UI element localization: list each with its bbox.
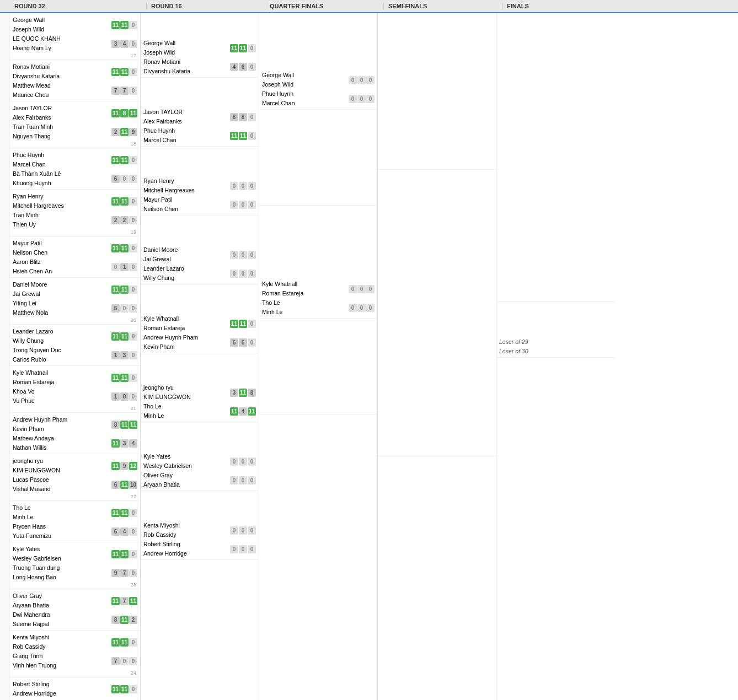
team-name: Ryan HenryMitchell Hargreaves bbox=[143, 176, 230, 195]
team-name bbox=[381, 157, 493, 166]
r32-match-1: George WallJoseph Wild 11 11 0 LE QUOC K… bbox=[10, 13, 140, 60]
match-num: 18 bbox=[13, 141, 137, 147]
score-boxes: 7 0 0 bbox=[111, 657, 137, 665]
spacer bbox=[141, 284, 259, 312]
team-row: Loser of 30 bbox=[499, 347, 612, 356]
score-boxes: 11 3 4 bbox=[111, 439, 137, 448]
sf-match-29 bbox=[378, 146, 496, 170]
score-boxes: 0 0 0 bbox=[230, 476, 256, 484]
team-name: Trong Nguyen DucCarlos Rubio bbox=[13, 346, 111, 364]
team-name: Kyle WhatnallRoman Estareja bbox=[262, 279, 349, 298]
spacer bbox=[378, 170, 496, 432]
qf-match-25: George WallJoseph Wild 0 0 0 Phuc HuynhM… bbox=[259, 68, 377, 110]
spacer bbox=[141, 13, 259, 36]
team-row: Robert StirlingAndrew Horridge 0 0 0 bbox=[143, 540, 256, 558]
team-row: Robert StirlingAndrew Horridge 11 11 0 bbox=[13, 680, 137, 698]
score-boxes: 0 0 0 bbox=[230, 270, 256, 278]
spacer bbox=[259, 206, 377, 277]
row-numbers-col bbox=[0, 13, 10, 700]
team-name bbox=[262, 184, 375, 193]
r32-match-16: Robert StirlingAndrew Horridge 11 11 0 A… bbox=[10, 677, 140, 700]
team-name: George WallJoseph Wild bbox=[13, 15, 111, 34]
score-boxes: 9 7 0 bbox=[111, 569, 137, 577]
team-name: Khoa VoVu Phuc bbox=[13, 387, 111, 406]
team-row: Ryan HenryMitchell Hargreaves 11 11 0 bbox=[13, 192, 137, 211]
team-row: Oliver GrayAryaan Bhatia 11 7 11 bbox=[13, 591, 137, 610]
header-sf: SEMI-FINALS bbox=[384, 3, 502, 9]
team-name bbox=[381, 434, 493, 444]
team-row: Tran MinhThien Uy 2 2 0 bbox=[13, 211, 137, 229]
score-boxes: 0 0 0 bbox=[230, 251, 256, 259]
r32-match-3: Jason TAYLORAlex Fairbanks 11 8 11 Tran … bbox=[10, 101, 140, 148]
team-row: Giang TrinhVinh hien Truong 7 0 0 bbox=[13, 651, 137, 670]
team-name: Kyle WhatnallRoman Estareja bbox=[13, 368, 111, 387]
header-round32: ROUND 32 bbox=[10, 3, 147, 9]
spacer bbox=[141, 353, 259, 381]
score-boxes: 11 9 12 bbox=[111, 462, 137, 470]
team-name: Oliver GrayAryaan Bhatia bbox=[143, 471, 230, 489]
team-row bbox=[262, 184, 375, 193]
score-boxes: 0 0 0 bbox=[230, 526, 256, 535]
score-boxes: 8 11 2 bbox=[111, 616, 137, 624]
team-row: George WallJoseph Wild 11 11 0 bbox=[143, 39, 256, 57]
score-boxes: 0 0 0 bbox=[230, 457, 256, 466]
team-name: Mayur PatilNeilson Chen bbox=[13, 239, 111, 257]
team-name bbox=[381, 148, 493, 157]
spacer bbox=[259, 319, 377, 390]
qf-match-26 bbox=[259, 181, 377, 206]
r32-match-15: Kenta MiyoshiRob Cassidy 11 11 0 Giang T… bbox=[10, 631, 140, 677]
bracket-header: ROUND 32 ROUND 16 QUARTER FINALS SEMI-FI… bbox=[0, 0, 738, 13]
score-boxes: 11 11 0 bbox=[111, 685, 137, 693]
team-name: jeongho ryuKIM EUNGGWON bbox=[13, 456, 111, 475]
team-name: Robert StirlingAndrew Horridge bbox=[13, 680, 111, 698]
score-boxes: 0 0 0 bbox=[349, 95, 375, 103]
team-row: Leander LazaroWilly Chung 0 0 0 bbox=[143, 264, 256, 283]
team-row: Kenta MiyoshiRob Cassidy 0 0 0 bbox=[143, 521, 256, 540]
team-row: Mayur PatilNeilson Chen 0 0 0 bbox=[143, 195, 256, 214]
score-boxes: 0 0 0 bbox=[230, 201, 256, 209]
team-name bbox=[499, 289, 612, 299]
score-boxes: 1 8 0 bbox=[111, 392, 137, 401]
loser-label-29: Loser of 29 bbox=[499, 337, 612, 347]
r16-match-17: George WallJoseph Wild 11 11 0 Ronav Mot… bbox=[141, 36, 259, 78]
match-num: 19 bbox=[13, 229, 137, 235]
team-name: Tho LeMinh Le bbox=[13, 503, 111, 522]
team-row: Daniel MooreJai Grewal 0 0 0 bbox=[143, 245, 256, 264]
team-row: LE QUOC KHANHHoang Nam Ly 3 4 0 bbox=[13, 34, 137, 53]
match-num: 23 bbox=[13, 582, 137, 588]
team-row: Daniel MooreJai Grewal 11 11 0 bbox=[13, 280, 137, 299]
team-name: Phuc HuynhMarcel Chan bbox=[143, 126, 230, 145]
team-row bbox=[381, 434, 493, 444]
score-boxes: 1 3 0 bbox=[111, 351, 137, 359]
score-boxes: 0 0 0 bbox=[349, 285, 375, 293]
round32-col: George WallJoseph Wild 11 11 0 LE QUOC K… bbox=[10, 13, 141, 700]
team-name: Giang TrinhVinh hien Truong bbox=[13, 651, 111, 670]
team-name: Ronav MotianiDivyanshu Kataria bbox=[143, 57, 230, 76]
team-row: Jason TAYLORAlex Fairbanks 11 8 11 bbox=[13, 104, 137, 122]
sf-match-30 bbox=[378, 432, 496, 456]
team-row: Khoa VoVu Phuc 1 8 0 bbox=[13, 387, 137, 406]
team-name: Ronav MotianiDivyanshu Kataria bbox=[13, 62, 111, 81]
score-boxes: 11 11 0 bbox=[111, 21, 137, 29]
qf-col: George WallJoseph Wild 0 0 0 Phuc HuynhM… bbox=[259, 13, 378, 700]
finals-col: Loser of 29 Loser of 30 bbox=[496, 13, 615, 700]
team-name: Andrew Huynh PhamKevin Pham bbox=[13, 415, 111, 434]
team-row: Matthew MeadMaurice Chou 7 7 0 bbox=[13, 81, 137, 100]
match-num: 20 bbox=[13, 317, 137, 323]
r16-match-19: Ryan HenryMitchell Hargreaves 0 0 0 Mayu… bbox=[141, 174, 259, 216]
team-row: Kyle WhatnallRoman Estareja 0 0 0 bbox=[262, 279, 375, 298]
team-name: Jason TAYLORAlex Fairbanks bbox=[13, 104, 111, 122]
team-row: Trong Nguyen DucCarlos Rubio 1 3 0 bbox=[13, 346, 137, 364]
spacer bbox=[259, 414, 377, 700]
team-row: Tho LeMinh Le 11 4 11 bbox=[143, 402, 256, 421]
team-name: Leander LazaroWilly Chung bbox=[13, 327, 111, 346]
team-row: Kyle WhatnallRoman Estareja 11 11 0 bbox=[13, 368, 137, 387]
team-name bbox=[262, 392, 375, 402]
spacer bbox=[141, 78, 259, 105]
team-row: Andrew Huynh PhamKevin Pham 8 11 11 bbox=[13, 415, 137, 434]
team-name: Bà Thành Xuân LêKhuong Huynh bbox=[13, 169, 111, 188]
team-name: Daniel MooreJai Grewal bbox=[13, 280, 111, 299]
r32-match-2: Ronav MotianiDivyanshu Kataria 11 11 0 M… bbox=[10, 60, 140, 101]
team-row bbox=[499, 280, 612, 289]
team-row: Kyle YatesWesley Gabrielsen 11 11 0 bbox=[13, 545, 137, 563]
